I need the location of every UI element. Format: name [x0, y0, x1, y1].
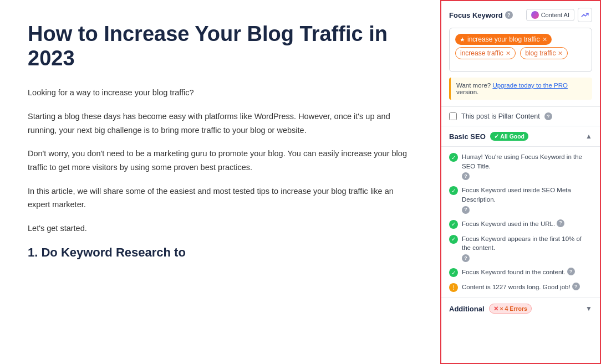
- post-body: Looking for a way to increase your blog …: [28, 86, 412, 259]
- additional-header[interactable]: Additional ✕ × 4 Errors ▼: [441, 298, 600, 319]
- check-5-help-icon[interactable]: ?: [567, 268, 575, 275]
- paragraph-3: Don't worry, you don't need to be a mark…: [28, 147, 412, 174]
- seo-check-6: ! Content is 1227 words long. Good job! …: [449, 283, 592, 292]
- paragraph-2: Starting a blog these days has become ea…: [28, 110, 412, 137]
- basic-seo-section: Basic SEO ✓ All Good ▲ ✓ Hurray! You're …: [441, 126, 600, 298]
- check-6-help-icon[interactable]: ?: [572, 283, 580, 290]
- check-icon-6: !: [449, 283, 458, 292]
- check-text-3: Focus Keyword used in the URL. ?: [462, 219, 564, 229]
- check-icon-1: ✓: [449, 153, 458, 162]
- pillar-label: This post is Pillar Content: [461, 112, 540, 120]
- additional-chevron-icon: ▼: [585, 305, 592, 312]
- additional-title-row: Additional ✕ × 4 Errors: [449, 304, 532, 314]
- primary-tag-close[interactable]: ✕: [542, 36, 547, 43]
- content-area: How to Increase Your Blog Traffic in 202…: [0, 0, 440, 364]
- header-buttons: Content AI: [526, 8, 592, 22]
- errors-badge: ✕ × 4 Errors: [489, 304, 532, 314]
- secondary-keyword-tag-2[interactable]: blog traffic ✕: [520, 47, 568, 59]
- paragraph-1: Looking for a way to increase your blog …: [28, 86, 412, 100]
- check-text-6: Content is 1227 words long. Good job! ?: [462, 283, 580, 292]
- check-4-help-icon[interactable]: ?: [462, 254, 470, 262]
- additional-section: Additional ✕ × 4 Errors ▼: [441, 298, 600, 319]
- post-title: How to Increase Your Blog Traffic in 202…: [28, 22, 412, 70]
- pillar-help-icon[interactable]: ?: [544, 112, 552, 120]
- check-2-help-icon[interactable]: ?: [462, 206, 470, 214]
- check-1-help-icon[interactable]: ?: [462, 172, 470, 180]
- additional-title: Additional: [449, 305, 485, 313]
- seo-check-4: ✓ Focus Keyword appears in the first 10%…: [449, 234, 592, 262]
- star-icon: ★: [460, 36, 465, 43]
- secondary-tag-1-close[interactable]: ✕: [506, 50, 511, 57]
- keyword-tags-area[interactable]: ★ increase your blog traffic ✕ increase …: [449, 28, 592, 72]
- check-icon-3: ✓: [449, 220, 458, 229]
- seo-check-1: ✓ Hurray! You're using Focus Keyword in …: [449, 152, 592, 180]
- all-good-badge: ✓ All Good: [490, 132, 528, 141]
- seo-panel: Focus Keyword ? Content AI ★: [440, 0, 601, 364]
- seo-checks: ✓ Hurray! You're using Focus Keyword in …: [441, 147, 600, 298]
- check-icon-4: ✓: [449, 235, 458, 244]
- upgrade-notice: Want more? Upgrade today to the PRO vers…: [449, 78, 592, 100]
- check-text-5: Focus Keyword found in the content. ?: [462, 268, 575, 277]
- primary-keyword-tag[interactable]: ★ increase your blog traffic ✕: [455, 34, 552, 45]
- check-icon-2: ✓: [449, 186, 458, 195]
- seo-check-2: ✓ Focus Keyword used inside SEO Meta Des…: [449, 186, 592, 213]
- basic-seo-title-row: Basic SEO ✓ All Good: [449, 132, 528, 141]
- basic-seo-header[interactable]: Basic SEO ✓ All Good ▲: [441, 126, 600, 147]
- check-text-1: Hurray! You're using Focus Keyword in th…: [462, 152, 592, 180]
- check-text-4: Focus Keyword appears in the first 10% o…: [462, 234, 592, 262]
- check-text-2: Focus Keyword used inside SEO Meta Descr…: [462, 186, 592, 213]
- focus-keyword-section: Focus Keyword ? Content AI ★: [441, 1, 600, 107]
- check-3-help-icon[interactable]: ?: [557, 219, 564, 227]
- trend-icon-button[interactable]: [578, 8, 592, 22]
- pillar-content-checkbox[interactable]: [449, 112, 457, 120]
- secondary-keyword-tag-1[interactable]: increase traffic ✕: [455, 47, 516, 59]
- seo-check-5: ✓ Focus Keyword found in the content. ?: [449, 268, 592, 277]
- trend-icon: [581, 11, 589, 19]
- content-ai-button[interactable]: Content AI: [526, 9, 574, 21]
- paragraph-5: Let's get started.: [28, 222, 412, 235]
- pillar-content-row[interactable]: This post is Pillar Content ?: [441, 107, 600, 126]
- secondary-tag-2-close[interactable]: ✕: [558, 50, 563, 57]
- paragraph-4: In this article, we will share some of t…: [28, 184, 412, 212]
- upgrade-link[interactable]: Upgrade today to the PRO: [492, 82, 568, 89]
- focus-keyword-label: Focus Keyword ?: [449, 11, 513, 19]
- seo-check-3: ✓ Focus Keyword used in the URL. ?: [449, 219, 592, 229]
- basic-seo-chevron-icon: ▲: [585, 132, 592, 140]
- check-icon-5: ✓: [449, 268, 458, 277]
- focus-keyword-help-icon[interactable]: ?: [505, 11, 513, 19]
- focus-keyword-header: Focus Keyword ? Content AI: [449, 8, 592, 22]
- content-ai-icon: [531, 11, 539, 19]
- basic-seo-title: Basic SEO: [449, 132, 486, 141]
- post-subheading: 1. Do Keyword Research to: [28, 245, 412, 260]
